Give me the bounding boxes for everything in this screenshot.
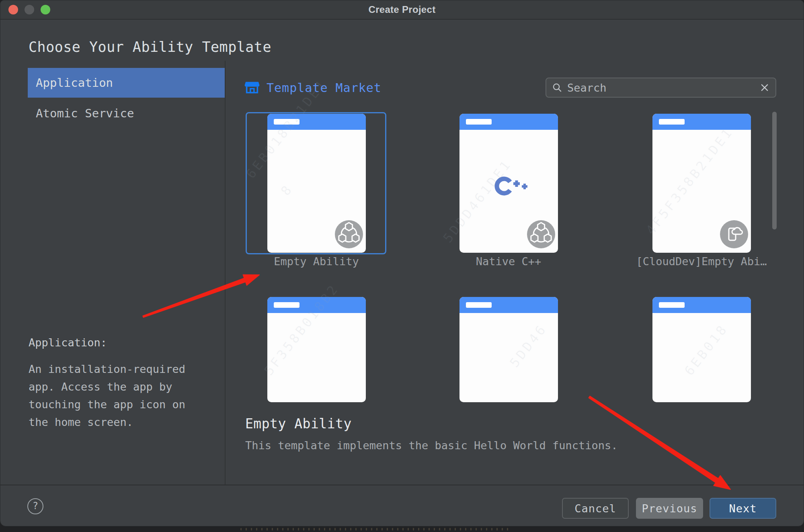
create-project-dialog: Create Project Choose Your Ability Templ… [0,0,804,526]
template-card-clouddev-empty-ability[interactable] [652,114,751,253]
sidebar-item-atomic-service[interactable]: Atomic Service [28,98,225,128]
template-card-label: Empty Ability [246,255,387,268]
window-title: Create Project [0,4,804,15]
template-card-label: [CloudDev]Empty Abi… [631,255,772,268]
sidebar-item-application[interactable]: Application [28,68,225,98]
card-preview-titlebar [652,297,751,313]
template-market-label: Template Market [267,81,381,95]
selected-template-description: This template implements the basic Hello… [245,439,618,452]
application-info-text: An installation-required app. Access the… [29,360,185,431]
template-card-partial[interactable] [459,297,558,402]
search-icon [552,82,562,93]
sidebar-item-label: Application [36,76,113,90]
card-preview-titlebar [459,297,558,313]
card-preview-title-pill [274,302,299,308]
card-preview-title-pill [659,119,685,125]
info-line: touching the app icon on [29,396,185,413]
screen-edge-artifacts [240,528,510,530]
help-button[interactable]: ? [27,498,43,514]
template-market-link[interactable]: Template Market [244,78,381,97]
scrollbar-thumb[interactable] [772,112,777,229]
storefront-icon [244,80,260,96]
card-preview-title-pill [274,119,299,125]
card-preview-titlebar [267,297,366,313]
card-preview-titlebar [652,114,751,130]
selected-template-title: Empty Ability [245,416,352,432]
card-preview-titlebar [459,114,558,130]
hexagon-network-badge-icon [527,220,555,248]
info-line: app. Access the app by [29,378,185,396]
card-preview-title-pill [466,302,492,308]
card-preview-title-pill [466,119,492,125]
titlebar: Create Project [0,0,804,20]
info-line: the home screen. [29,413,185,431]
footer-divider [0,485,804,485]
previous-button[interactable]: Previous [636,498,703,519]
template-card-partial[interactable] [267,297,366,402]
search-box[interactable] [546,78,776,98]
card-preview-titlebar [267,114,366,130]
info-line: An installation-required [29,360,185,378]
template-card-label: Native C++ [438,255,579,268]
next-button[interactable]: Next [710,498,776,519]
sidebar-divider [225,61,226,485]
cpp-logo-icon [494,174,534,198]
sidebar-item-label: Atomic Service [36,106,134,120]
template-card-empty-ability[interactable] [267,114,366,253]
help-icon: ? [33,500,38,512]
clear-search-icon[interactable] [759,82,770,93]
phone-cloud-badge-icon [720,220,748,248]
hexagon-network-badge-icon [335,220,363,248]
card-preview-title-pill [659,302,685,308]
cancel-button[interactable]: Cancel [562,498,629,519]
search-input[interactable] [566,81,755,94]
application-info-heading: Application: [29,336,107,349]
template-card-partial[interactable] [652,297,751,402]
page-title: Choose Your Ability Template [29,39,271,55]
template-card-native-cpp[interactable] [459,114,558,253]
